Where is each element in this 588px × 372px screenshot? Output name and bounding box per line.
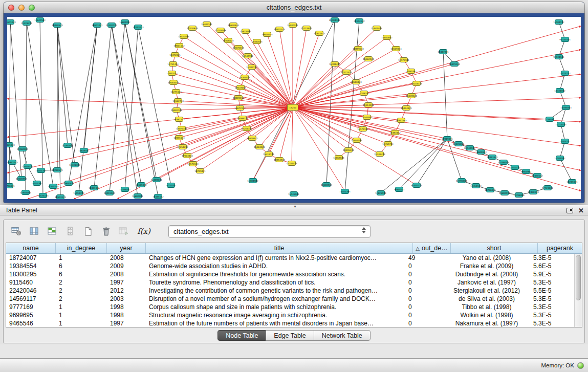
- network-node[interactable]: 11067462: [405, 69, 417, 74]
- network-node[interactable]: 21605032: [136, 183, 147, 187]
- network-node[interactable]: 67919071: [442, 137, 453, 141]
- network-node[interactable]: 10796042: [119, 187, 130, 192]
- float-panel-icon[interactable]: [567, 208, 573, 213]
- network-node[interactable]: 15144991: [401, 106, 412, 111]
- network-node[interactable]: 16579132: [357, 127, 368, 132]
- table-row[interactable]: 9777169 1 1998 Corpus callosum shape and…: [6, 303, 574, 311]
- network-node[interactable]: 59051342: [104, 191, 115, 195]
- network-node[interactable]: 16979194: [449, 62, 460, 67]
- network-node[interactable]: 10431341: [89, 186, 100, 190]
- network-node[interactable]: 15958: [546, 117, 554, 122]
- network-node[interactable]: 14275124: [170, 90, 182, 94]
- splitter-grip-icon[interactable]: ▾: [294, 204, 296, 209]
- delete-column-button[interactable]: [99, 225, 113, 238]
- network-node[interactable]: 10245021: [567, 180, 578, 184]
- tab-node-table[interactable]: Node Table: [217, 330, 266, 341]
- network-node[interactable]: 12375134: [48, 184, 59, 189]
- table-row[interactable]: 9465546 1 1997 Estimation of the future …: [6, 319, 574, 327]
- network-node[interactable]: 15051373: [73, 191, 84, 195]
- column-header-short[interactable]: short: [451, 243, 538, 253]
- network-node[interactable]: 15051351: [35, 168, 47, 173]
- network-node[interactable]: 14434152: [554, 89, 565, 93]
- network-node[interactable]: 18739441: [194, 169, 206, 173]
- network-node[interactable]: 15363021: [254, 145, 265, 149]
- network-node[interactable]: 16381432: [329, 62, 340, 67]
- network-node[interactable]: 11544934: [361, 115, 373, 120]
- tab-edge-table[interactable]: Edge Table: [266, 330, 314, 341]
- network-node[interactable]: 18600943: [475, 150, 487, 155]
- table-vertical-scrollbar[interactable]: [574, 254, 582, 327]
- table-row[interactable]: 18300295 6 2008 Estimation of significan…: [6, 270, 574, 278]
- network-node[interactable]: 92450121: [411, 183, 422, 188]
- network-node[interactable]: 12213932: [301, 26, 312, 31]
- network-node[interactable]: 10796075: [485, 188, 496, 192]
- network-node[interactable]: 12825134: [375, 191, 386, 195]
- network-node[interactable]: 10796053: [498, 160, 509, 165]
- network-node[interactable]: 10414133: [559, 71, 571, 76]
- function-builder-button[interactable]: f(x): [135, 225, 153, 238]
- network-node[interactable]: 20260571: [52, 168, 63, 172]
- network-node[interactable]: 10946002: [20, 190, 31, 195]
- network-node[interactable]: 18413412: [487, 155, 498, 160]
- network-node[interactable]: 16630914: [228, 23, 239, 28]
- network-node[interactable]: 19813082: [240, 29, 251, 34]
- network-node[interactable]: 16261513: [239, 75, 250, 80]
- network-node[interactable]: 10302132: [106, 23, 117, 28]
- network-node[interactable]: 18361713: [173, 117, 185, 122]
- network-node[interactable]: 18809113: [233, 96, 244, 100]
- tab-network-table[interactable]: Network Table: [314, 330, 371, 341]
- network-node[interactable]: 14495433: [343, 148, 354, 152]
- network-node[interactable]: 18520495: [178, 34, 189, 39]
- network-node[interactable]: 10931033: [7, 160, 18, 165]
- network-node[interactable]: 18503132: [22, 164, 33, 169]
- network-node[interactable]: 18601052: [119, 20, 130, 25]
- network-node[interactable]: 10404141: [559, 139, 571, 144]
- network-node[interactable]: 16509412: [247, 136, 258, 141]
- network-node[interactable]: 18502143: [274, 27, 285, 32]
- network-node[interactable]: 13216113: [411, 81, 422, 86]
- network-node[interactable]: 13270113: [233, 46, 244, 50]
- network-node[interactable]: 12106143: [358, 91, 369, 96]
- table-row[interactable]: 22420046 2 2012 Investigating the contri…: [6, 287, 574, 295]
- network-node[interactable]: 10796086: [513, 193, 525, 198]
- network-node[interactable]: 19099133: [237, 116, 248, 121]
- network-node[interactable]: 18600952: [16, 177, 27, 181]
- network-node[interactable]: 17254413: [286, 161, 297, 166]
- network-node[interactable]: 11043003: [133, 25, 144, 30]
- network-node[interactable]: 15562124: [363, 57, 374, 61]
- network-node[interactable]: 76231041: [165, 183, 177, 188]
- table-row[interactable]: 18724007 1 2008 Changes of HCN gene expr…: [6, 254, 574, 262]
- network-node[interactable]: 81304741: [329, 18, 340, 23]
- show-columns-button[interactable]: [28, 225, 41, 238]
- network-node[interactable]: 10796064: [456, 179, 467, 183]
- network-node[interactable]: 15051384: [339, 189, 351, 194]
- network-node[interactable]: 11595813: [560, 105, 572, 110]
- network-node[interactable]: 17723031: [542, 186, 553, 190]
- network-node[interactable]: 10942013: [166, 71, 178, 76]
- network-node[interactable]: 15145041: [288, 192, 299, 196]
- column-header-name[interactable]: name: [6, 243, 56, 253]
- network-node[interactable]: 12206124: [223, 38, 234, 43]
- network-node[interactable]: 15562733: [172, 99, 184, 103]
- table-row[interactable]: 9115460 2 1997 Tourette syndrome. Phenom…: [6, 278, 574, 287]
- network-node[interactable]: 10947443: [371, 26, 382, 31]
- network-node[interactable]: 14957544: [351, 138, 362, 143]
- network-node[interactable]: 10431353: [453, 142, 464, 146]
- window-titlebar[interactable]: citations_edges.txt: [4, 2, 584, 13]
- network-node[interactable]: 18600974: [499, 191, 510, 195]
- network-node[interactable]: 16930511: [287, 23, 298, 28]
- network-node[interactable]: 18402141: [201, 22, 212, 27]
- network-node[interactable]: 15493432: [389, 130, 401, 135]
- network-node[interactable]: 11973433: [314, 31, 325, 36]
- network-node[interactable]: 18673132: [234, 106, 246, 111]
- network-node[interactable]: 19447941: [438, 50, 449, 54]
- network-node[interactable]: 11514094: [363, 103, 374, 107]
- network-node[interactable]: 10769714: [382, 142, 394, 146]
- close-window-button[interactable]: [8, 5, 14, 11]
- scrollbar-thumb[interactable]: [576, 255, 581, 300]
- network-node[interactable]: 15184582: [247, 179, 258, 183]
- network-node[interactable]: 18600932: [321, 183, 332, 187]
- network-node[interactable]: 19072334: [176, 126, 187, 131]
- network-node[interactable]: 18600921: [132, 194, 143, 199]
- table-row[interactable]: 19384554 6 2009 Genome-wide association …: [6, 262, 574, 270]
